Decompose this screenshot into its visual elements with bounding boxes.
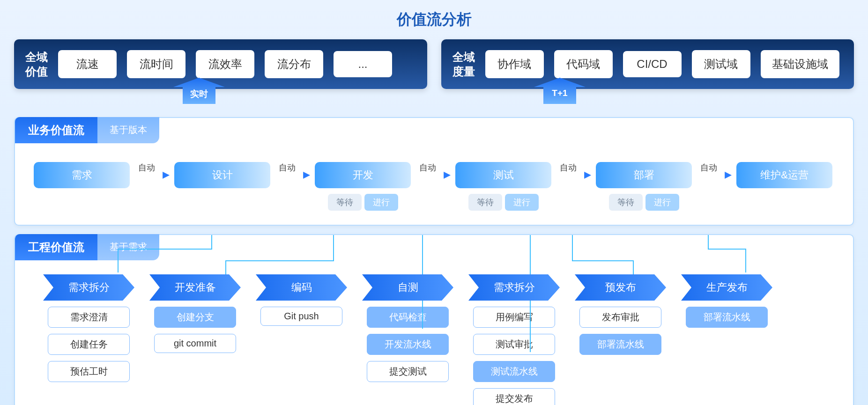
chevron-label: 需求拆分 — [494, 280, 535, 295]
stage-pill: 测试 — [455, 162, 551, 188]
arrow-t1: T+1 — [534, 78, 586, 104]
task-代码检查: 代码检查 — [367, 307, 449, 328]
business-stream-sub: 基于版本 — [97, 117, 159, 143]
task-测试流水线: 测试流水线 — [473, 361, 555, 382]
eng-col-自测: 自测代码检查开发流水线提交测试 — [362, 274, 453, 382]
stage-pill: 需求 — [34, 162, 130, 188]
stage-substates: 等待进行 — [468, 194, 539, 211]
business-stream-title: 业务价值流 — [15, 117, 97, 143]
chevron-label: 编码 — [291, 280, 312, 295]
chevron-label: 生产发布 — [706, 280, 748, 295]
auto-label: 自动 — [700, 162, 717, 173]
substate-wait: 等待 — [328, 194, 362, 211]
stage-pill: 设计 — [174, 162, 270, 188]
engineering-stream-panel: 工程价值流 基于需求 需求拆分需求澄清创建任务预估工时开发准备创建分支git c… — [14, 234, 854, 405]
stage-arrow-icon: ▸ — [163, 162, 170, 182]
substate-wait: 等待 — [468, 194, 502, 211]
chip-code: 代码域 — [554, 50, 613, 78]
task-测试审批: 测试审批 — [473, 334, 555, 355]
task-Git push: Git push — [260, 307, 342, 326]
chip-test: 测试域 — [692, 50, 750, 78]
stage-pill: 开发 — [315, 162, 411, 188]
stage-pill: 部署 — [596, 162, 692, 188]
substate-going: 进行 — [505, 194, 539, 211]
stage-需求: 需求 — [34, 162, 130, 188]
task-git commit: git commit — [154, 334, 236, 353]
arrow-realtime: 实时 — [173, 78, 225, 104]
task-提交测试: 提交测试 — [367, 361, 449, 382]
global-value-label: 全域 价值 — [25, 50, 48, 79]
task-用例编写: 用例编写 — [473, 307, 555, 328]
stage-测试: 测试等待进行 — [455, 162, 551, 211]
task-部署流水线: 部署流水线 — [686, 307, 768, 328]
business-stream-panel: 业务价值流 基于版本 需求自动▸设计自动▸开发等待进行自动▸测试等待进行自动▸部… — [14, 117, 854, 226]
chevron-开发准备: 开发准备 — [149, 274, 241, 301]
chip-flowspeed: 流速 — [58, 50, 117, 78]
eng-col-开发准备: 开发准备创建分支git commit — [149, 274, 241, 353]
task-部署流水线: 部署流水线 — [579, 334, 661, 355]
chip-flowdist: 流分布 — [265, 50, 323, 78]
arrow-realtime-label: 实时 — [173, 88, 225, 100]
task-开发流水线: 开发流水线 — [367, 334, 449, 355]
task-预估工时: 预估工时 — [48, 361, 130, 382]
chevron-需求拆分: 需求拆分 — [43, 274, 134, 301]
task-提交发布: 提交发布 — [473, 388, 555, 405]
stage-部署: 部署等待进行 — [596, 162, 692, 211]
business-stream-header: 业务价值流 基于版本 — [15, 117, 839, 143]
stage-arrow-icon: ▸ — [725, 162, 732, 182]
chip-flowtime: 流时间 — [127, 50, 185, 78]
auto-label: 自动 — [419, 162, 436, 173]
chevron-label: 开发准备 — [175, 280, 216, 295]
chevron-编码: 编码 — [256, 274, 347, 301]
stage-substates: 等待进行 — [609, 194, 679, 211]
engineering-stream-sub: 基于需求 — [97, 234, 159, 260]
stage-substates: 等待进行 — [328, 194, 398, 211]
substate-going: 进行 — [645, 194, 679, 211]
global-metric-label: 全域 度量 — [453, 50, 475, 79]
stage-arrow-icon: ▸ — [584, 162, 591, 182]
page-title: 价值流分析 — [14, 9, 854, 30]
eng-col-需求拆分: 需求拆分用例编写测试审批测试流水线提交发布 — [468, 274, 560, 405]
engineering-grid: 需求拆分需求澄清创建任务预估工时开发准备创建分支git commit编码Git … — [29, 274, 839, 405]
chip-infra: 基础设施域 — [761, 50, 839, 78]
chevron-label: 预发布 — [605, 280, 636, 295]
substate-wait: 等待 — [609, 194, 643, 211]
chip-flowefficiency: 流效率 — [196, 50, 254, 78]
auto-label: 自动 — [560, 162, 577, 173]
top-row: 全域 价值 流速 流时间 流效率 流分布 ... 全域 度量 协作域 代码域 C… — [14, 39, 854, 89]
stage-维护&运营: 维护&运营 — [736, 162, 832, 188]
task-需求澄清: 需求澄清 — [48, 307, 130, 328]
global-metric-panel: 全域 度量 协作域 代码域 CI/CD 测试域 基础设施域 — [441, 39, 854, 89]
engineering-stream-title: 工程价值流 — [15, 234, 97, 260]
chevron-label: 自测 — [398, 280, 418, 295]
stage-设计: 设计 — [174, 162, 270, 188]
substate-going: 进行 — [364, 194, 398, 211]
stage-arrow-icon: ▸ — [444, 162, 451, 182]
stage-开发: 开发等待进行 — [315, 162, 411, 211]
stage-pill: 维护&运营 — [736, 162, 832, 188]
engineering-stream-header: 工程价值流 基于需求 — [15, 234, 839, 260]
chevron-需求拆分: 需求拆分 — [468, 274, 560, 301]
eng-col-需求拆分: 需求拆分需求澄清创建任务预估工时 — [43, 274, 134, 382]
chevron-自测: 自测 — [362, 274, 453, 301]
chevron-生产发布: 生产发布 — [681, 274, 772, 301]
stage-arrow-icon: ▸ — [303, 162, 310, 182]
auto-label: 自动 — [138, 162, 155, 173]
task-创建分支: 创建分支 — [154, 307, 236, 328]
task-创建任务: 创建任务 — [48, 334, 130, 355]
chevron-label: 需求拆分 — [68, 280, 110, 295]
task-发布审批: 发布审批 — [579, 307, 661, 328]
eng-col-生产发布: 生产发布部署流水线 — [681, 274, 772, 328]
auto-label: 自动 — [279, 162, 296, 173]
chevron-预发布: 预发布 — [575, 274, 666, 301]
eng-col-编码: 编码Git push — [256, 274, 347, 326]
chip-more: ... — [334, 51, 392, 77]
eng-col-预发布: 预发布发布审批部署流水线 — [575, 274, 666, 355]
chip-collab: 协作域 — [485, 50, 544, 78]
business-stages-row: 需求自动▸设计自动▸开发等待进行自动▸测试等待进行自动▸部署等待进行自动▸维护&… — [29, 162, 839, 211]
chip-cicd: CI/CD — [623, 51, 682, 77]
arrow-t1-label: T+1 — [534, 88, 586, 98]
